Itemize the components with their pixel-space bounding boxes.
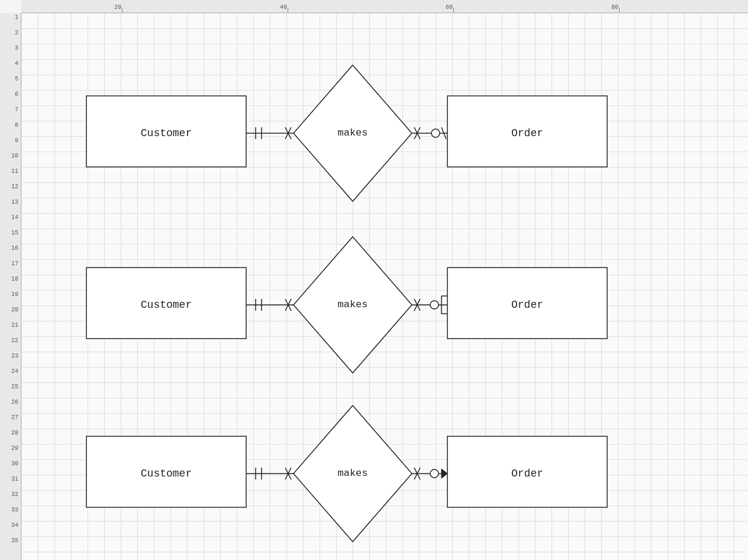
ruler-top: 20 40 60 80 — [21, 0, 748, 13]
diagram-area[interactable]: Customer makes Order — [21, 13, 748, 560]
makes-label-2: makes — [337, 299, 367, 310]
ruler-mark-20: 20 — [114, 4, 121, 11]
makes-label-3: makes — [337, 468, 367, 479]
zero-circle-3 — [430, 469, 439, 478]
canvas-container: 20 40 60 80 1 2 3 4 5 6 7 8 9 10 11 12 1… — [0, 0, 748, 560]
order-label-1: Order — [511, 127, 543, 139]
order-label-3: Order — [511, 468, 543, 479]
customer-label-1: Customer — [141, 127, 192, 139]
ruler-left: 1 2 3 4 5 6 7 8 9 10 11 12 13 14 15 16 1… — [0, 13, 21, 560]
diagram-svg: Customer makes Order — [21, 13, 748, 560]
ruler-mark-40: 40 — [280, 4, 287, 11]
zero-circle-2 — [430, 301, 439, 309]
ruler-mark-60: 60 — [446, 4, 453, 11]
order-label-2: Order — [511, 299, 543, 311]
customer-label-2: Customer — [141, 299, 192, 311]
zero-circle-1 — [431, 129, 440, 137]
arrow-filled-3 — [441, 469, 447, 478]
makes-label-1: makes — [337, 127, 367, 139]
customer-label-3: Customer — [141, 468, 192, 479]
ruler-mark-80: 80 — [611, 4, 618, 11]
